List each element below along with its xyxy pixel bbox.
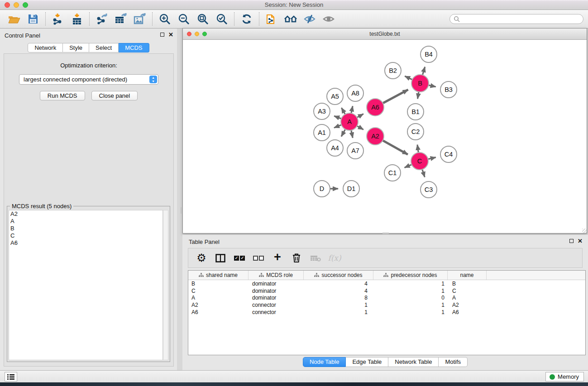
new-network-from-selection-icon[interactable] <box>262 11 281 27</box>
hide-selected-eye-slash-icon[interactable] <box>300 11 319 27</box>
show-hide-panels-icon[interactable] <box>281 11 300 27</box>
delete-table-icon[interactable] <box>307 250 324 266</box>
mcds-result-item[interactable]: C <box>9 232 163 239</box>
table-cell[interactable]: A6 <box>448 309 487 315</box>
float-table-panel-icon[interactable] <box>569 239 574 243</box>
close-panel-icon[interactable]: ✕ <box>168 31 173 38</box>
horizontal-scroll-thumb[interactable] <box>382 233 389 234</box>
graph-edge[interactable] <box>351 130 353 138</box>
run-mcds-button[interactable]: Run MCDS <box>40 91 85 100</box>
zoom-in-icon[interactable] <box>155 11 174 27</box>
export-image-icon[interactable] <box>130 11 149 27</box>
table-cell[interactable]: 1 <box>373 281 448 287</box>
table-cell[interactable]: A <box>448 295 487 301</box>
tab-motifs[interactable]: Motifs <box>439 357 468 367</box>
tab-edge-table[interactable]: Edge Table <box>346 357 388 367</box>
table-cell[interactable]: dominator <box>249 295 304 301</box>
mcds-result-item[interactable]: B <box>9 225 163 232</box>
graph-edge[interactable] <box>405 164 412 167</box>
import-network-icon[interactable] <box>48 11 67 27</box>
table-cell[interactable]: connector <box>249 302 304 308</box>
export-table-icon[interactable] <box>111 11 130 27</box>
close-panel-button[interactable]: Close panel <box>91 91 138 100</box>
search-field[interactable] <box>449 14 583 24</box>
graph-edge[interactable] <box>405 76 412 80</box>
zoom-fit-icon[interactable] <box>193 11 212 27</box>
table-cell[interactable]: 4 <box>304 288 373 294</box>
graph-edge[interactable] <box>341 108 345 114</box>
tab-network-table[interactable]: Network Table <box>388 357 439 367</box>
tab-mcds[interactable]: MCDS <box>119 43 149 52</box>
mcds-result-item[interactable]: A <box>9 218 163 225</box>
table-cell[interactable]: A2 <box>188 302 249 308</box>
table-row[interactable]: Bdominator41B <box>188 280 585 287</box>
table-cell[interactable]: B <box>448 281 487 287</box>
table-cell[interactable]: 1 <box>373 309 448 315</box>
graph-edge[interactable] <box>428 85 436 87</box>
deselect-all-checks-icon[interactable] <box>250 250 267 266</box>
graph-edge[interactable] <box>341 129 345 137</box>
graph-edge[interactable] <box>382 90 408 103</box>
network-canvas[interactable]: AA6A2BCA5A8A3A1A4A7B2B4B3B1C2C4C1C3DD1 <box>183 40 587 233</box>
memory-button[interactable]: Memory <box>545 372 584 381</box>
table-cell[interactable]: C <box>188 288 249 294</box>
function-builder-icon[interactable]: f(x) <box>326 250 343 266</box>
table-cell[interactable]: 0 <box>373 295 448 301</box>
tab-node-table[interactable]: Node Table <box>303 357 346 367</box>
mcds-result-item[interactable]: A6 <box>9 239 163 247</box>
graph-edge[interactable] <box>417 145 419 153</box>
graph-edge[interactable] <box>428 157 436 159</box>
graph-edge[interactable] <box>351 106 353 114</box>
task-history-button[interactable] <box>5 372 17 381</box>
search-input[interactable] <box>460 16 579 22</box>
zoom-selected-icon[interactable] <box>212 11 231 27</box>
delete-columns-trash-icon[interactable] <box>288 250 305 266</box>
table-cell[interactable]: dominator <box>249 281 304 287</box>
table-cell[interactable]: 8 <box>304 295 373 301</box>
mcds-result-list[interactable]: A2ABCA6 <box>9 210 163 360</box>
tab-network[interactable]: Network <box>28 43 63 52</box>
refresh-layout-icon[interactable] <box>237 11 256 27</box>
table-cell[interactable]: 4 <box>304 281 373 287</box>
column-header-name[interactable]: name <box>448 271 487 280</box>
column-header-shared-name[interactable]: shared name <box>188 271 249 280</box>
graph-edge[interactable] <box>334 125 342 128</box>
table-cell[interactable]: connector <box>249 309 304 315</box>
tab-style[interactable]: Style <box>63 43 89 52</box>
float-panel-icon[interactable] <box>160 33 164 37</box>
table-cell[interactable]: A <box>188 295 249 301</box>
table-cell[interactable]: 1 <box>304 309 373 315</box>
table-row[interactable]: Cdominator41C <box>188 287 585 295</box>
table-cell[interactable]: A6 <box>188 309 249 315</box>
table-row[interactable]: Adominator80A <box>188 294 585 301</box>
graph-edge[interactable] <box>422 169 425 177</box>
graph-edge[interactable] <box>422 67 425 76</box>
table-row[interactable]: A6connector11A6 <box>188 309 585 316</box>
show-all-eye-icon[interactable] <box>319 11 338 27</box>
table-cell[interactable]: A2 <box>448 302 487 308</box>
result-scrollbar[interactable] <box>163 210 168 360</box>
table-cell[interactable]: 1 <box>373 302 448 308</box>
open-file-icon[interactable] <box>5 11 24 27</box>
save-session-icon[interactable] <box>24 11 43 27</box>
criterion-select[interactable]: largest connected component (directed) ▲… <box>19 74 158 85</box>
table-cell[interactable]: B <box>188 281 249 287</box>
column-header-predecessor-nodes[interactable]: predecessor nodes <box>373 271 448 280</box>
column-header-mcds-role[interactable]: MCDS role <box>249 271 304 280</box>
network-window-titlebar[interactable]: testGlobe.txt <box>183 29 587 40</box>
table-row[interactable]: A2connector11A2 <box>188 301 585 309</box>
graph-edge[interactable] <box>382 140 408 155</box>
graph-edge[interactable] <box>357 126 363 130</box>
vertical-scroll-thumb[interactable] <box>181 207 182 214</box>
table-cell[interactable]: C <box>448 288 487 294</box>
zoom-out-icon[interactable] <box>174 11 193 27</box>
resize-grip[interactable] <box>582 229 587 233</box>
add-column-icon[interactable]: + <box>269 250 286 266</box>
import-table-icon[interactable] <box>67 11 86 27</box>
graph-edge[interactable] <box>418 91 419 99</box>
split-panel-icon[interactable] <box>212 250 229 266</box>
graph-edge[interactable] <box>357 114 363 118</box>
table-cell[interactable]: 1 <box>304 302 373 308</box>
mcds-result-item[interactable]: A2 <box>9 210 163 218</box>
column-header-successor-nodes[interactable]: successor nodes <box>304 271 373 280</box>
